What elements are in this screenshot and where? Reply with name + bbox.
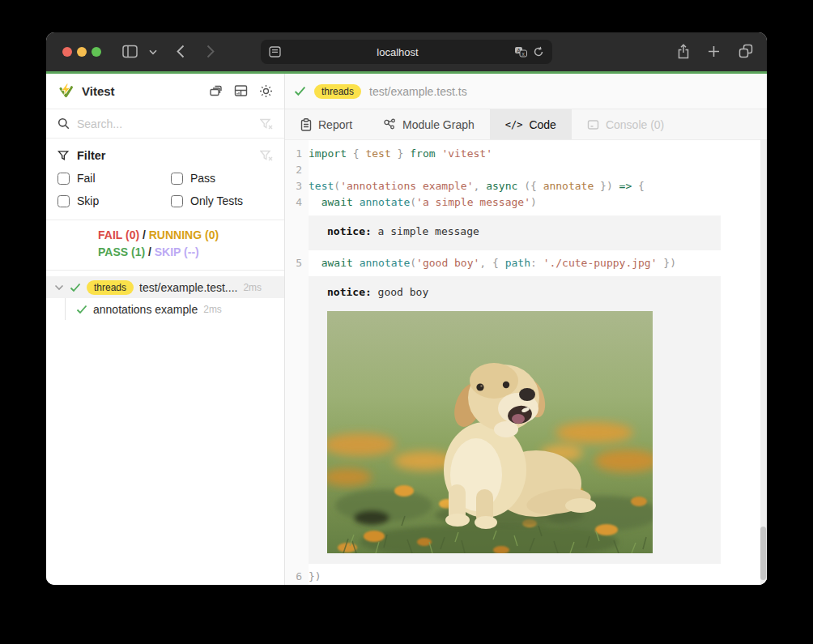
pool-badge: threads bbox=[87, 280, 134, 295]
test-duration: 2ms bbox=[243, 282, 262, 293]
sidebar-toggle-icon[interactable] bbox=[122, 45, 138, 58]
code-line: 2 bbox=[285, 162, 767, 178]
tabs-overview-icon[interactable] bbox=[739, 44, 753, 58]
test-duration: 2ms bbox=[203, 304, 222, 315]
line-number: 1 bbox=[285, 146, 309, 162]
sidebar: Vitest bbox=[46, 74, 285, 585]
minimize-window-button[interactable] bbox=[77, 47, 87, 57]
report-icon bbox=[300, 118, 312, 131]
code-line: 5 await annotate('good boy', { path: './… bbox=[285, 255, 767, 271]
translate-icon[interactable]: A x bbox=[514, 46, 527, 58]
run-summary: FAIL (0) / RUNNING (0)PASS (1) / SKIP (-… bbox=[46, 220, 284, 271]
line-number: 2 bbox=[285, 162, 309, 178]
line-number: 3 bbox=[285, 178, 309, 194]
filter-title: Filter bbox=[77, 149, 253, 162]
browser-titlebar: localhost A x bbox=[46, 32, 767, 71]
search-bar[interactable]: Search... bbox=[46, 109, 284, 139]
test-case-name: annotations example bbox=[93, 303, 198, 316]
line-number: 5 bbox=[285, 255, 309, 271]
reader-icon[interactable] bbox=[269, 46, 281, 58]
code-icon: </> bbox=[505, 119, 523, 130]
test-file-row[interactable]: threads test/example.test.... 2ms bbox=[46, 276, 284, 298]
open-file-name: test/example.test.ts bbox=[369, 85, 467, 98]
pool-badge: threads bbox=[314, 84, 361, 99]
test-file-name: test/example.test.... bbox=[139, 281, 237, 294]
test-tree: threads test/example.test.... 2ms annota… bbox=[46, 271, 284, 320]
dashboard-icon[interactable] bbox=[234, 84, 248, 98]
module-graph-icon bbox=[383, 118, 396, 130]
checkbox[interactable] bbox=[171, 195, 183, 207]
zoom-window-button[interactable] bbox=[92, 47, 101, 57]
code-line: 6}) bbox=[285, 569, 767, 585]
share-icon[interactable] bbox=[677, 44, 690, 59]
annotation-notice: notice: good boy bbox=[309, 276, 721, 564]
address-url[interactable]: localhost bbox=[281, 46, 514, 58]
address-bar[interactable]: localhost A x bbox=[261, 40, 552, 64]
console-icon bbox=[587, 119, 599, 130]
tab-report[interactable]: Report bbox=[285, 109, 368, 139]
chevron-down-icon[interactable] bbox=[149, 49, 157, 55]
tab-bar: Report Module Graph </> Code bbox=[285, 109, 767, 140]
code-line: 3test('annotations example', async ({ an… bbox=[285, 178, 767, 194]
code-viewer[interactable]: 1import { test } from 'vitest'23test('an… bbox=[285, 140, 767, 585]
clear-filter-icon[interactable] bbox=[260, 150, 273, 161]
desktop: { "browser": { "address": "localhost", "… bbox=[0, 0, 813, 644]
tab-module-graph[interactable]: Module Graph bbox=[368, 109, 490, 139]
new-tab-icon[interactable] bbox=[708, 45, 720, 58]
scrollbar-track[interactable] bbox=[760, 140, 767, 585]
file-header: threads test/example.test.ts bbox=[285, 74, 767, 109]
clear-search-filter-icon[interactable] bbox=[260, 118, 273, 130]
theme-sun-icon[interactable] bbox=[259, 84, 273, 98]
filter-checkbox-fail[interactable]: Fail bbox=[57, 172, 171, 185]
vitest-ui: Vitest bbox=[46, 74, 767, 585]
test-case-row[interactable]: annotations example 2ms bbox=[66, 298, 284, 320]
pass-check-icon bbox=[70, 283, 81, 292]
reload-icon[interactable] bbox=[533, 46, 544, 58]
forward-icon[interactable] bbox=[206, 45, 215, 58]
app-title: Vitest bbox=[82, 84, 202, 98]
code-line: 1import { test } from 'vitest' bbox=[285, 146, 767, 162]
line-number: 6 bbox=[285, 569, 309, 585]
filter-checkbox-skip[interactable]: Skip bbox=[57, 194, 171, 207]
pass-check-icon bbox=[76, 305, 87, 314]
chevron-down-icon[interactable] bbox=[54, 284, 64, 291]
browser-window: localhost A x bbox=[46, 32, 767, 585]
code-content: 1import { test } from 'vitest'23test('an… bbox=[285, 140, 767, 585]
vitest-logo-icon bbox=[57, 83, 74, 100]
back-icon[interactable] bbox=[177, 45, 185, 58]
annotation-notice: notice: a simple message bbox=[309, 215, 721, 250]
checkbox[interactable] bbox=[57, 195, 70, 207]
puppy-image bbox=[327, 311, 653, 553]
collapse-panels-icon[interactable] bbox=[209, 84, 223, 98]
search-input[interactable]: Search... bbox=[77, 117, 253, 130]
line-number: 4 bbox=[285, 194, 309, 211]
filter-checkbox-only-tests[interactable]: Only Tests bbox=[171, 194, 273, 207]
scrollbar-thumb[interactable] bbox=[760, 527, 766, 580]
code-line: 4 await annotate('a simple message') bbox=[285, 194, 767, 211]
filter-icon bbox=[57, 150, 70, 161]
search-icon bbox=[57, 117, 70, 130]
sidebar-header: Vitest bbox=[46, 74, 284, 109]
tab-console[interactable]: Console (0) bbox=[572, 109, 679, 139]
main-panel: threads test/example.test.ts Report bbox=[285, 74, 767, 585]
filter-section: Filter Fail Pass bbox=[46, 139, 284, 220]
checkbox[interactable] bbox=[57, 173, 70, 185]
tab-code[interactable]: </> Code bbox=[490, 109, 572, 139]
filter-checkbox-pass[interactable]: Pass bbox=[171, 172, 273, 185]
pass-check-icon bbox=[294, 86, 306, 96]
close-window-button[interactable] bbox=[62, 47, 72, 57]
checkbox[interactable] bbox=[171, 173, 183, 185]
